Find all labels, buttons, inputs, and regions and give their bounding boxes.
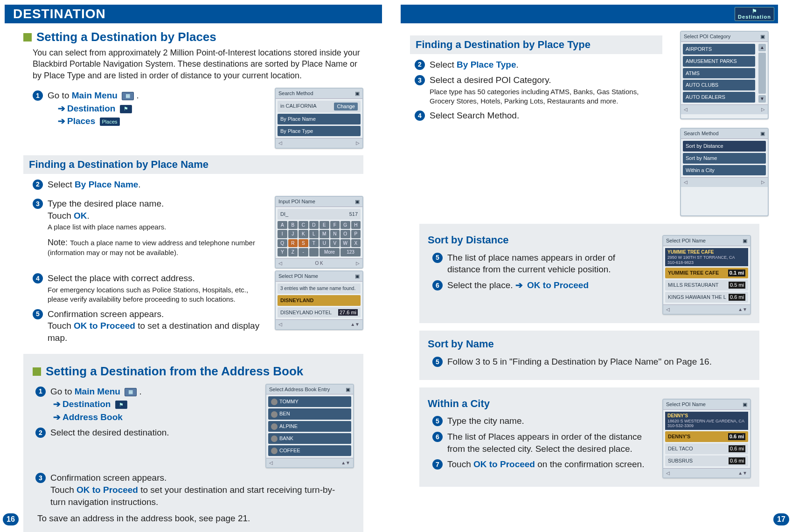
step4-line1: Select the place with correct address. — [48, 272, 266, 284]
sn-step5: Follow 3 to 5 in "Finding a Destination … — [447, 356, 742, 368]
step-bullet-5: 5 — [432, 253, 443, 263]
wc-step6: The list of Places appears in order of t… — [447, 431, 645, 455]
screenshot-poi-distance: Select POI Name▣ YUMMIE TREE CAFE 2950 W… — [662, 235, 751, 315]
step-bullet-6: 6 — [432, 432, 443, 442]
by-place-name-link: By Place Name — [75, 180, 138, 189]
step-bullet-6: 6 — [432, 280, 443, 290]
step-bullet-5: 5 — [33, 309, 43, 319]
address-book-box: Setting a Destination from the Address B… — [23, 354, 363, 532]
arrow-icon: ➔ — [58, 116, 65, 126]
step-bullet-1: 1 — [33, 90, 43, 101]
sort-by-distance-box: Sort by Distance 5 The list of place nam… — [419, 224, 759, 323]
ab-step2: Select the desired destination. — [50, 427, 248, 439]
step-bullet-5: 5 — [432, 357, 443, 367]
screenshot-select-poi: Select POI Name▣ 3 entries with the same… — [275, 270, 363, 330]
subhead-place-type: Finding a Destination by Place Type — [410, 35, 662, 54]
screenshot-poi-city: Select POI Name▣ DENNY'S 18620 S WESTERN… — [662, 399, 751, 478]
main-menu-link: Main Menu — [72, 90, 118, 100]
screenshot-poi-category: Select POI Category▣ AIRPORTS AMUSEMENT … — [680, 31, 769, 119]
ab-step-bullet-1: 1 — [35, 387, 46, 397]
r-step3-sub: Place type has 50 categories including A… — [430, 87, 662, 106]
ok-proceed-link: OK to Proceed — [527, 280, 589, 290]
main-menu-link: Main Menu — [75, 387, 120, 396]
right-header-bar: ⚑Destination — [401, 5, 778, 23]
by-place-type-link: By Place Type — [457, 60, 516, 69]
keyboard: ABCDEFGH IJKLMNOP QRSTUVWX YZ-More123 — [278, 221, 361, 256]
step-bullet-4: 4 — [33, 273, 43, 283]
sort-distance-head: Sort by Distance — [428, 233, 654, 247]
destination-link: Destination — [67, 104, 115, 113]
destination-link: Destination — [63, 399, 111, 409]
destination-chip-icon: ⚑ — [120, 105, 132, 113]
places-link: Places — [67, 116, 95, 126]
screenshot-input-poi: Input POI Name▣ DI_517 ABCDEFGH IJKLMNOP… — [275, 196, 363, 269]
address-book-link: Address Book — [63, 412, 123, 422]
ab-step-bullet-3: 3 — [35, 473, 46, 483]
step3-line1: Type the desired place name. — [48, 198, 266, 210]
step-bullet-4: 4 — [415, 111, 425, 121]
grid-icon: ▦ — [122, 92, 134, 100]
sort-name-head: Sort by Name — [428, 337, 751, 351]
screenshot-address-book: Select Address Book Entry▣ TOMMY BEN ALP… — [265, 384, 354, 469]
places-chip-icon: Places — [100, 117, 120, 126]
arrow-icon: ➔ — [53, 399, 61, 409]
grid-icon: ▦ — [125, 388, 137, 396]
ok-proceed-link: OK to Proceed — [76, 485, 138, 495]
screenshot-search-method: Search Method▣ in CALIFORNIAChange By Pl… — [275, 88, 363, 149]
screenshot-search-method-2: Search Method▣ Sort by Distance Sort by … — [680, 128, 769, 216]
destination-chip-icon: ⚑ — [115, 401, 127, 409]
ab-step-bullet-2: 2 — [35, 428, 46, 438]
r-step4: Select Search Method. — [430, 110, 662, 122]
page-number-left: 16 — [3, 513, 19, 525]
arrow-icon: ➔ — [53, 412, 61, 422]
step-bullet-2: 2 — [415, 60, 425, 70]
sd-step5: The list of place names appears in order… — [447, 252, 645, 276]
sort-by-name-box: Sort by Name 5 Follow 3 to 5 in "Finding… — [419, 331, 759, 380]
page-number-right: 17 — [773, 513, 789, 525]
section-title-places: Setting a Destination by Places — [36, 29, 216, 45]
step-bullet-2: 2 — [33, 180, 43, 190]
destination-badge-icon: ⚑Destination — [735, 7, 774, 21]
step3-note: Touch a place name to view address and t… — [48, 239, 255, 256]
section-marker-icon — [33, 367, 41, 376]
ok-proceed-link: OK to Proceed — [74, 321, 135, 331]
section-title-address-book: Setting a Destination from the Address B… — [46, 363, 303, 380]
within-city-box: Within a City 5 Type the city name. 6 Th… — [419, 387, 759, 487]
arrow-icon: ➔ — [515, 280, 523, 290]
note-label: Note: — [48, 238, 70, 247]
step3-sub: A place list with place names appears. — [48, 222, 266, 232]
step-bullet-3: 3 — [415, 75, 425, 85]
ab-step3-l1: Confirmation screen appears. — [50, 472, 345, 484]
ok-proceed-link: OK to Proceed — [473, 459, 535, 469]
step-bullet-3: 3 — [33, 199, 43, 209]
arrow-icon: ➔ — [58, 104, 65, 113]
step4-sub: For emergency locations such as Police S… — [48, 285, 266, 304]
intro-text: You can select from approximately 2 Mill… — [33, 47, 363, 81]
ab-footnote: To save an address in the address book, … — [37, 512, 345, 525]
ok-link: OK — [74, 211, 87, 221]
destination-header: DESTINATION — [5, 5, 382, 23]
step-bullet-7: 7 — [432, 459, 443, 470]
page-right: ⚑Destination Finding a Destination by Pl… — [401, 5, 778, 527]
step1-text: Go to Main Menu ▦ . — [48, 90, 139, 100]
r-step3-l1: Select a desired POI Category. — [430, 74, 662, 86]
step5-line1: Confirmation screen appears. — [48, 308, 266, 320]
wc-step5: Type the city name. — [447, 415, 645, 427]
page-left: DESTINATION Setting a Destination by Pla… — [5, 5, 382, 527]
within-city-head: Within a City — [428, 397, 654, 411]
subhead-place-name: Finding a Destination by Place Name — [23, 155, 363, 174]
section-marker-icon — [23, 33, 32, 41]
step-bullet-5: 5 — [432, 416, 443, 426]
